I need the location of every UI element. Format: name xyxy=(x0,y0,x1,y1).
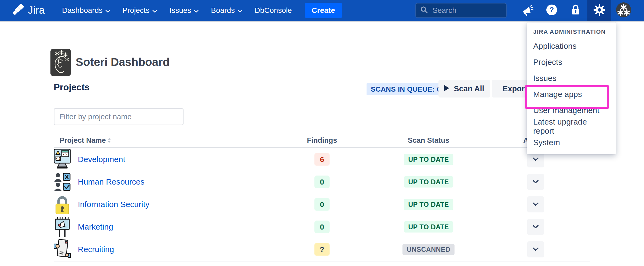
admin-menu-header: JIRA ADMINISTRATION xyxy=(527,28,616,35)
chevron-down-icon xyxy=(532,157,539,162)
scan-all-label: Scan All xyxy=(454,84,484,93)
human-resources-project-icon xyxy=(54,171,71,193)
jira-logo-text: Jira xyxy=(28,5,45,16)
megaphone-icon xyxy=(522,4,534,17)
soteri-dashboard-screen: Jira Dashboards Projects Issues Boards D… xyxy=(0,0,644,266)
row-actions-button-information-security[interactable] xyxy=(527,196,544,212)
chevron-down-icon xyxy=(532,225,539,229)
svg-text:{..}: {..} xyxy=(56,157,60,160)
nav-item-projects[interactable]: Projects xyxy=(122,6,157,15)
marketing-project-icon xyxy=(54,216,71,238)
column-header-project-name: Project Name xyxy=(60,136,106,145)
jira-logo-icon xyxy=(12,4,25,17)
scan-status-badge: UP TO DATE xyxy=(404,199,453,210)
search-icon xyxy=(420,6,428,15)
menu-item-applications[interactable]: Applications xyxy=(527,38,616,54)
table-row-development: <> {..} Development 6 UP TO DATE xyxy=(54,148,590,171)
menu-item-issues[interactable]: Issues xyxy=(527,70,616,86)
projects-table: Project Name Findings Scan Status Action… xyxy=(54,135,590,261)
projects-section-title: Projects xyxy=(54,82,90,92)
gear-icon xyxy=(593,4,606,17)
information-security-project-icon xyxy=(54,193,71,216)
export-label: Export xyxy=(503,84,527,93)
menu-item-system[interactable]: System xyxy=(527,134,616,151)
row-actions-button-human-resources[interactable] xyxy=(527,174,544,190)
create-button[interactable]: Create xyxy=(305,3,342,18)
menu-item-projects[interactable]: Projects xyxy=(527,54,616,70)
nav-item-label: Issues xyxy=(169,6,191,15)
project-link-development[interactable]: Development xyxy=(78,155,125,164)
lock-icon xyxy=(570,4,581,17)
page-title: Soteri Dashboard xyxy=(76,56,170,69)
sort-icon[interactable] xyxy=(107,137,111,144)
table-header-row: Project Name Findings Scan Status Action… xyxy=(54,135,590,148)
table-row-recruiting: Recruiting ? UNSCANNED xyxy=(54,238,590,261)
findings-badge: 0 xyxy=(314,176,330,188)
settings-button[interactable] xyxy=(587,0,611,21)
scan-status-badge: UP TO DATE xyxy=(404,154,453,165)
scan-status-badge: UP TO DATE xyxy=(404,176,453,188)
help-button[interactable]: ? xyxy=(540,0,564,21)
scan-all-button[interactable]: Scan All xyxy=(438,80,490,98)
user-avatar[interactable] xyxy=(611,0,636,21)
chevron-down-icon xyxy=(105,6,110,15)
nav-item-issues[interactable]: Issues xyxy=(169,6,199,15)
project-link-marketing[interactable]: Marketing xyxy=(78,222,113,231)
recruiting-project-icon xyxy=(54,238,71,261)
security-button[interactable] xyxy=(564,0,587,21)
jira-logo[interactable]: Jira xyxy=(12,4,45,17)
chevron-down-icon xyxy=(532,180,539,184)
row-actions-button-marketing[interactable] xyxy=(527,219,544,235)
soteri-app-icon xyxy=(50,49,71,76)
help-icon: ? xyxy=(546,4,558,17)
nav-item-boards[interactable]: Boards xyxy=(211,6,242,15)
nav-item-label: Projects xyxy=(122,6,149,15)
findings-badge: 0 xyxy=(314,221,330,233)
project-filter-input[interactable] xyxy=(54,108,184,125)
chevron-down-icon xyxy=(194,6,199,15)
scans-in-queue-badge: SCANS IN QUEUE: 0 xyxy=(367,83,445,95)
project-link-human-resources[interactable]: Human Resources xyxy=(78,177,144,186)
nav-menu: Dashboards Projects Issues Boards DbCons… xyxy=(62,6,292,15)
menu-item-manage-apps[interactable]: Manage apps xyxy=(527,86,616,102)
nav-item-label: Boards xyxy=(211,6,235,15)
findings-badge: ? xyxy=(314,243,330,256)
project-link-recruiting[interactable]: Recruiting xyxy=(78,245,114,254)
project-link-information-security[interactable]: Information Security xyxy=(78,200,149,209)
nav-item-label: DbConsole xyxy=(255,6,292,15)
scan-status-badge: UNSCANNED xyxy=(402,244,455,255)
chevron-down-icon xyxy=(238,6,242,15)
chevron-down-icon xyxy=(532,247,539,252)
nav-item-dbconsole[interactable]: DbConsole xyxy=(255,6,292,15)
nav-item-label: Dashboards xyxy=(62,6,103,15)
nav-item-dashboards[interactable]: Dashboards xyxy=(62,6,110,15)
chevron-down-icon xyxy=(152,6,157,15)
announcement-button[interactable] xyxy=(516,0,540,21)
navbar-search-box[interactable] xyxy=(415,3,507,18)
row-actions-button-recruiting[interactable] xyxy=(527,241,544,257)
svg-text:<>: <> xyxy=(63,152,67,156)
table-row-human-resources: Human Resources 0 UP TO DATE xyxy=(54,171,590,193)
column-header-scan-status: Scan Status xyxy=(404,136,453,145)
svg-text:?: ? xyxy=(549,6,554,14)
soteri-avatar-icon xyxy=(616,2,631,19)
search-input[interactable] xyxy=(432,6,502,15)
table-row-marketing: Marketing 0 UP TO DATE xyxy=(54,216,590,238)
column-header-findings: Findings xyxy=(306,136,338,145)
play-icon xyxy=(444,84,449,93)
chevron-down-icon xyxy=(532,202,539,207)
jira-administration-menu: JIRA ADMINISTRATION Applications Project… xyxy=(527,23,616,154)
findings-badge: 0 xyxy=(314,198,330,211)
menu-item-user-management[interactable]: User management xyxy=(527,102,616,118)
table-row-information-security: Information Security 0 UP TO DATE xyxy=(54,193,590,216)
scan-status-badge: UP TO DATE xyxy=(404,221,453,233)
development-project-icon: <> {..} xyxy=(54,148,71,171)
menu-item-latest-upgrade-report[interactable]: Latest upgrade report xyxy=(527,118,616,134)
findings-badge: 6 xyxy=(314,153,330,166)
top-navbar: Jira Dashboards Projects Issues Boards D… xyxy=(0,0,644,21)
